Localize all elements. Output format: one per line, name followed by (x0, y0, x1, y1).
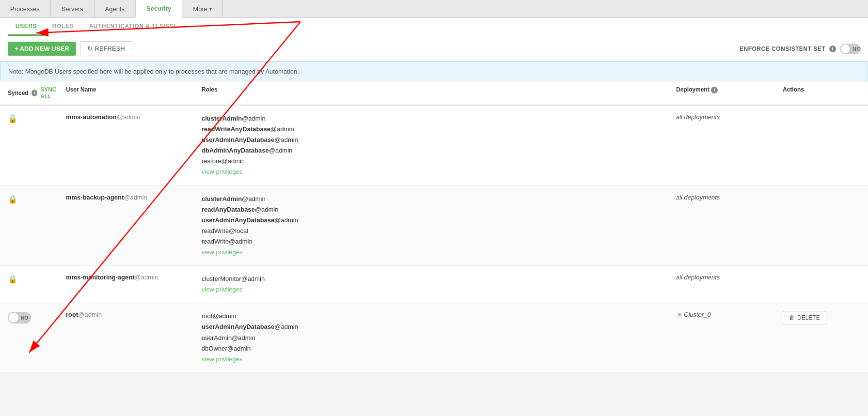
role-item: userAdmin@admin (202, 333, 676, 343)
tab-more-label: More (193, 5, 207, 13)
info-banner: Note: MongoDB Users specified here will … (0, 62, 868, 81)
view-privileges-link[interactable]: view privileges (202, 355, 243, 363)
subnav-auth[interactable]: AUTHENTICATION & TLS/SSL (81, 18, 185, 36)
toggle-knob (9, 313, 18, 323)
refresh-label: REFRESH (95, 45, 125, 52)
synced-header: Synced i SYNC ALL (8, 86, 66, 100)
enforce-toggle[interactable]: NO (840, 44, 860, 54)
view-privileges-link[interactable]: view privileges (202, 248, 243, 256)
refresh-button[interactable]: ↻ REFRESH (80, 41, 132, 56)
view-privileges-link[interactable]: view privileges (202, 286, 243, 293)
view-privileges-link[interactable]: view privileges (202, 168, 243, 175)
tab-servers[interactable]: Servers (50, 0, 95, 17)
toggle-no-label: NO (852, 46, 861, 52)
enforce-info-icon[interactable]: i (829, 46, 836, 52)
role-item: readAnyDatabase@admin (202, 204, 676, 215)
tab-security[interactable]: Security (135, 0, 182, 18)
chevron-down-icon: ▾ (209, 6, 212, 12)
username-value: mms-backup-agent@admin (66, 194, 147, 201)
deployment-value: all deployments (676, 274, 720, 281)
role-item: clusterMonitor@admin (202, 274, 676, 284)
username-cell: mms-monitoring-agent@admin (66, 274, 202, 281)
tab-agents[interactable]: Agents (94, 0, 136, 17)
toggle-knob (841, 45, 850, 53)
actions-cell: 🗑 DELETE (783, 311, 860, 324)
role-item: root@admin (202, 311, 676, 322)
users-table: Synced i SYNC ALL User Name Roles Deploy… (0, 81, 868, 373)
table-row: 🔒 mms-monitoring-agent@admin clusterMoni… (0, 266, 868, 303)
deployment-cell: all deployments (676, 194, 783, 201)
roles-cell: clusterAdmin@admin readWriteAnyDatabase@… (202, 113, 676, 178)
role-item: readWrite@admin (202, 236, 676, 247)
deployment-cell: all deployments (676, 113, 783, 121)
actions-header: Actions (783, 86, 860, 100)
role-item: clusterAdmin@admin (202, 113, 676, 124)
tab-agents-label: Agents (105, 5, 125, 13)
table-row: 🔒 mms-automation@admin clusterAdmin@admi… (0, 106, 868, 186)
subnav-users[interactable]: USERS (8, 18, 45, 36)
delete-button[interactable]: 🗑 DELETE (783, 311, 826, 324)
username-value: root@admin (66, 311, 102, 318)
add-new-user-button[interactable]: + ADD NEW USER (8, 42, 76, 56)
role-item: readWriteAnyDatabase@admin (202, 124, 676, 135)
role-item: readWrite@local (202, 226, 676, 236)
role-item: userAdminAnyDatabase@admin (202, 215, 676, 226)
role-item: dbAdminAnyDatabase@admin (202, 145, 676, 156)
roles-header: Roles (202, 86, 676, 100)
username-header: User Name (66, 86, 202, 100)
subnav-roles-label: ROLES (52, 23, 74, 30)
role-item: userAdminAnyDatabase@admin (202, 322, 676, 332)
delete-label: DELETE (797, 314, 820, 321)
synced-header-label: Synced (8, 90, 29, 96)
deployment-cell: ✳ Cluster_0 (676, 311, 783, 319)
tab-servers-label: Servers (62, 5, 83, 13)
username-cell: mms-automation@admin (66, 113, 202, 121)
subnav-users-label: USERS (16, 23, 37, 30)
deployment-value: Cluster_0 (684, 311, 711, 318)
cluster-icon: ✳ (676, 311, 682, 319)
info-banner-text: Note: MongoDB Users specified here will … (8, 68, 299, 75)
username-value: mms-automation@admin (66, 113, 140, 121)
no-label: NO (21, 315, 28, 321)
sync-all-button[interactable]: SYNC ALL (40, 86, 66, 100)
synced-info-icon[interactable]: i (32, 90, 37, 96)
table-row: 🔒 mms-backup-agent@admin clusterAdmin@ad… (0, 186, 868, 266)
roles-cell: clusterAdmin@admin readAnyDatabase@admin… (202, 194, 676, 258)
trash-icon: 🗑 (789, 314, 795, 321)
role-item: clusterAdmin@admin (202, 194, 676, 204)
tab-security-label: Security (146, 5, 171, 12)
tab-more[interactable]: More ▾ (182, 0, 223, 17)
role-item: dbOwner@admin (202, 343, 676, 354)
toolbar-left: + ADD NEW USER ↻ REFRESH (8, 41, 132, 56)
username-value: mms-monitoring-agent@admin (66, 274, 158, 281)
roles-cell: clusterMonitor@admin view privileges (202, 274, 676, 295)
lock-icon: 🔒 (8, 194, 66, 204)
username-cell: root@admin (66, 311, 202, 318)
enforce-consistent-set-section: ENFORCE CONSISTENT SET i NO (740, 44, 860, 54)
role-item: restore@admin (202, 156, 676, 167)
table-header: Synced i SYNC ALL User Name Roles Deploy… (0, 81, 868, 106)
sub-navigation: USERS ROLES AUTHENTICATION & TLS/SSL (0, 18, 868, 36)
lock-icon: 🔒 (8, 113, 66, 123)
subnav-auth-label: AUTHENTICATION & TLS/SSL (89, 23, 177, 30)
enforce-label: ENFORCE CONSISTENT SET (740, 46, 825, 52)
synced-no-toggle[interactable]: NO (8, 312, 31, 324)
top-navigation: Processes Servers Agents Security More ▾ (0, 0, 868, 18)
role-item: userAdminAnyDatabase@admin (202, 135, 676, 145)
deployment-value: all deployments (676, 194, 720, 201)
tab-processes[interactable]: Processes (0, 0, 51, 17)
lock-icon: 🔒 (8, 274, 66, 284)
deployment-header: Deployment i (676, 86, 783, 100)
username-cell: mms-backup-agent@admin (66, 194, 202, 201)
table-row: NO root@admin root@admin userAdminAnyDat… (0, 303, 868, 372)
deployment-cell: all deployments (676, 274, 783, 281)
subnav-roles[interactable]: ROLES (45, 18, 81, 36)
deployment-info-icon[interactable]: i (711, 87, 718, 93)
roles-cell: root@admin userAdminAnyDatabase@admin us… (202, 311, 676, 364)
deployment-value: all deployments (676, 113, 720, 121)
toolbar: + ADD NEW USER ↻ REFRESH ENFORCE CONSIST… (0, 36, 868, 62)
synced-toggle-cell: NO (8, 311, 66, 324)
add-user-label: + ADD NEW USER (15, 45, 69, 52)
tab-processes-label: Processes (10, 5, 40, 13)
refresh-icon: ↻ (87, 45, 93, 52)
